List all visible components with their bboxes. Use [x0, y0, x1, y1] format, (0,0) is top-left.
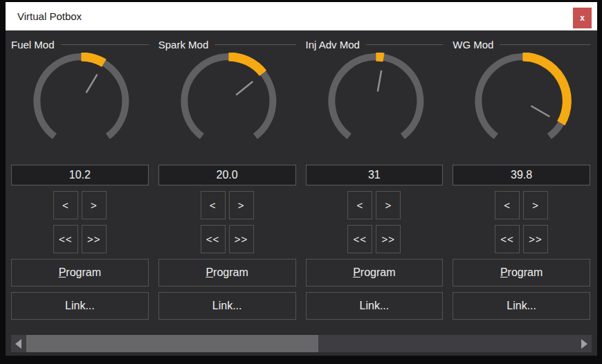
knob-gauge-svg — [11, 53, 149, 155]
group-header: Spark Mod — [158, 37, 296, 51]
step-down-button[interactable]: < — [53, 191, 78, 219]
step-down-fast-button[interactable]: << — [347, 225, 372, 253]
step-up-button[interactable]: > — [523, 191, 548, 219]
pot-value-field[interactable] — [453, 165, 590, 185]
program-button[interactable]: Program — [158, 259, 296, 286]
pot-column-inj-adv-mod: Inj Adv Mod < > << >> Program — [306, 37, 444, 320]
knob-gauge[interactable] — [158, 53, 296, 155]
spin-row-small: < > — [306, 191, 444, 219]
step-down-fast-button[interactable]: << — [201, 225, 226, 253]
program-button-label: Program — [353, 266, 395, 279]
step-up-button[interactable]: > — [376, 191, 401, 219]
link-button[interactable]: Link... — [453, 292, 590, 320]
link-button[interactable]: Link... — [158, 292, 296, 320]
group-header: Inj Adv Mod — [306, 37, 444, 51]
pot-value-field[interactable] — [158, 165, 296, 185]
link-button-label: Link... — [360, 300, 390, 312]
horizontal-scrollbar — [11, 335, 592, 352]
group-header-rule — [500, 44, 590, 45]
program-button-label: Program — [59, 266, 101, 279]
step-up-fast-button[interactable]: >> — [82, 225, 107, 253]
knob-gauge-svg — [306, 53, 444, 155]
arrow-right-icon — [581, 339, 587, 349]
scroll-left-button[interactable] — [11, 335, 26, 352]
spin-row-large: << >> — [453, 225, 590, 253]
step-up-fast-button[interactable]: >> — [523, 225, 548, 253]
spin-row-small: < > — [453, 191, 590, 219]
scroll-right-button[interactable] — [577, 335, 592, 352]
spin-row-small: < > — [158, 191, 296, 219]
step-up-fast-button[interactable]: >> — [229, 225, 254, 253]
step-down-fast-button[interactable]: << — [53, 225, 78, 253]
program-button[interactable]: Program — [11, 259, 149, 286]
knob-gauge-svg — [158, 53, 296, 155]
pot-name-label: Spark Mod — [158, 39, 209, 51]
group-header-rule — [215, 44, 295, 45]
link-button[interactable]: Link... — [11, 292, 149, 320]
spin-row-large: << >> — [158, 225, 296, 253]
pot-column-spark-mod: Spark Mod < > << >> Program — [158, 37, 296, 320]
program-button-label: Program — [206, 266, 248, 279]
step-up-button[interactable]: > — [229, 191, 254, 219]
pot-name-label: Fuel Mod — [11, 39, 55, 51]
knob-gauge[interactable] — [11, 53, 149, 155]
knob-gauge[interactable] — [306, 53, 444, 155]
link-button[interactable]: Link... — [306, 292, 444, 320]
pot-value-field[interactable] — [11, 165, 149, 185]
pot-column-wg-mod: WG Mod < > << >> Program — [453, 37, 590, 320]
window-title: Virtual Potbox — [17, 10, 82, 22]
step-up-fast-button[interactable]: >> — [376, 225, 401, 253]
pot-columns: Fuel Mod < > << >> Program — [11, 37, 590, 320]
program-button[interactable]: Program — [306, 259, 444, 286]
close-button[interactable]: x — [573, 8, 592, 28]
link-button-label: Link... — [65, 300, 95, 312]
group-header: Fuel Mod — [11, 37, 149, 51]
scrollbar-track[interactable] — [26, 335, 577, 352]
step-down-button[interactable]: < — [495, 191, 520, 219]
group-header: WG Mod — [453, 37, 590, 51]
spin-row-small: < > — [11, 191, 149, 219]
group-header-rule — [366, 44, 443, 45]
step-down-fast-button[interactable]: << — [495, 225, 520, 253]
knob-gauge[interactable] — [453, 53, 590, 155]
step-down-button[interactable]: < — [347, 191, 372, 219]
close-icon: x — [580, 13, 585, 23]
pot-name-label: Inj Adv Mod — [306, 39, 360, 51]
group-header-rule — [61, 44, 149, 45]
spin-row-large: << >> — [11, 225, 149, 253]
spin-row-large: << >> — [306, 225, 444, 253]
pot-column-fuel-mod: Fuel Mod < > << >> Program — [11, 37, 149, 320]
arrow-left-icon — [15, 339, 21, 349]
link-button-label: Link... — [507, 300, 536, 312]
step-down-button[interactable]: < — [201, 191, 226, 219]
program-button[interactable]: Program — [453, 259, 590, 286]
knob-gauge-svg — [453, 53, 590, 155]
link-button-label: Link... — [212, 300, 242, 312]
program-button-label: Program — [500, 266, 542, 279]
pot-name-label: WG Mod — [453, 39, 493, 51]
client-area: Fuel Mod < > << >> Program — [6, 30, 597, 356]
pot-value-field[interactable] — [306, 165, 444, 185]
titlebar[interactable]: Virtual Potbox x — [6, 2, 597, 30]
step-up-button[interactable]: > — [82, 191, 107, 219]
scrollbar-thumb[interactable] — [26, 335, 318, 352]
virtual-potbox-window: Virtual Potbox x Fuel Mod < > — [0, 0, 602, 364]
